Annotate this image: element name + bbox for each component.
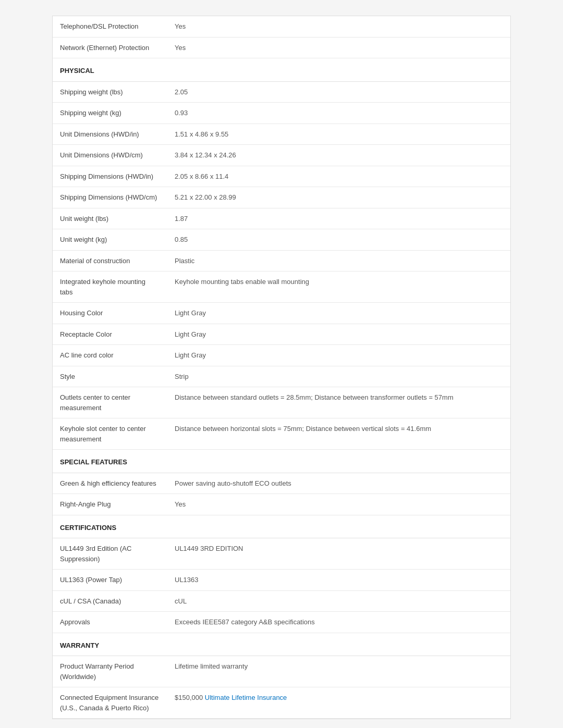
row-label: Style xyxy=(53,366,167,387)
row-label: Shipping Dimensions (HWD/cm) xyxy=(53,187,167,208)
row-value: 0.93 xyxy=(167,103,510,124)
table-row: Shipping weight (kg)0.93 xyxy=(53,103,510,124)
section-header-label: PHYSICAL xyxy=(53,58,510,82)
table-row: AC line cord colorLight Gray xyxy=(53,345,510,366)
table-row: Unit Dimensions (HWD/in)1.51 x 4.86 x 9.… xyxy=(53,124,510,145)
section-header: SPECIAL FEATURES xyxy=(53,450,510,473)
row-value: 2.05 xyxy=(167,81,510,103)
row-label: Shipping Dimensions (HWD/in) xyxy=(53,166,167,187)
table-row: Shipping Dimensions (HWD/in)2.05 x 8.66 … xyxy=(53,166,510,187)
section-header: CERTIFICATIONS xyxy=(53,515,510,538)
table-row: UL1449 3rd Edition (AC Suppression)UL144… xyxy=(53,538,510,570)
row-label: AC line cord color xyxy=(53,345,167,366)
table-row: Outlets center to center measurementDist… xyxy=(53,387,510,418)
row-value: Yes xyxy=(167,16,510,37)
table-row: Right-Angle PlugYes xyxy=(53,494,510,515)
row-value: Exceeds IEEE587 category A&B specificati… xyxy=(167,612,510,633)
section-header: PHYSICAL xyxy=(53,58,510,82)
row-label: Unit weight (lbs) xyxy=(53,208,167,229)
row-label: Shipping weight (kg) xyxy=(53,103,167,124)
row-value: 2.05 x 8.66 x 11.4 xyxy=(167,166,510,187)
row-label: Housing Color xyxy=(53,303,167,324)
row-value: Light Gray xyxy=(167,303,510,324)
row-value: 3.84 x 12.34 x 24.26 xyxy=(167,145,510,166)
table-row: Green & high efficiency featuresPower sa… xyxy=(53,473,510,494)
row-value: Plastic xyxy=(167,250,510,272)
table-row: Connected Equipment Insurance (U.S., Can… xyxy=(53,687,510,719)
row-value: 1.87 xyxy=(167,208,510,229)
row-label: Product Warranty Period (Worldwide) xyxy=(53,656,167,687)
table-row: Unit weight (kg)0.85 xyxy=(53,229,510,251)
table-row: Shipping weight (lbs)2.05 xyxy=(53,81,510,103)
row-value: Yes xyxy=(167,37,510,58)
table-row: Network (Ethernet) ProtectionYes xyxy=(53,37,510,58)
row-label: Outlets center to center measurement xyxy=(53,387,167,418)
table-row: StyleStrip xyxy=(53,366,510,387)
table-row: Product Warranty Period (Worldwide)Lifet… xyxy=(53,656,510,687)
row-value: Distance between standard outlets = 28.5… xyxy=(167,387,510,418)
row-label: Unit Dimensions (HWD/in) xyxy=(53,124,167,145)
row-value: Light Gray xyxy=(167,324,510,345)
row-label: Network (Ethernet) Protection xyxy=(53,37,167,58)
row-value: Light Gray xyxy=(167,345,510,366)
row-value: UL1363 xyxy=(167,570,510,591)
row-value: $150,000 Ultimate Lifetime Insurance xyxy=(167,687,510,719)
row-value: 1.51 x 4.86 x 9.55 xyxy=(167,124,510,145)
table-row: UL1363 (Power Tap)UL1363 xyxy=(53,570,510,591)
row-label: cUL / CSA (Canada) xyxy=(53,590,167,612)
section-header: WARRANTY xyxy=(53,633,510,656)
table-row: Housing ColorLight Gray xyxy=(53,303,510,324)
table-row: Unit weight (lbs)1.87 xyxy=(53,208,510,229)
row-value: Distance between horizontal slots = 75mm… xyxy=(167,418,510,450)
row-label: Material of construction xyxy=(53,250,167,272)
row-label: Right-Angle Plug xyxy=(53,494,167,515)
table-row: Shipping Dimensions (HWD/cm)5.21 x 22.00… xyxy=(53,187,510,208)
row-label: Green & high efficiency features xyxy=(53,473,167,494)
table-row: Material of constructionPlastic xyxy=(53,250,510,272)
row-label: Unit weight (kg) xyxy=(53,229,167,251)
table-row: Keyhole slot center to center measuremen… xyxy=(53,418,510,450)
row-value: 0.85 xyxy=(167,229,510,251)
row-label: Telephone/DSL Protection xyxy=(53,16,167,37)
row-label: Keyhole slot center to center measuremen… xyxy=(53,418,167,450)
section-header-label: WARRANTY xyxy=(53,633,510,656)
row-label: UL1449 3rd Edition (AC Suppression) xyxy=(53,538,167,570)
row-value: Yes xyxy=(167,494,510,515)
row-label: Integrated keyhole mounting tabs xyxy=(53,272,167,303)
row-label: UL1363 (Power Tap) xyxy=(53,570,167,591)
row-value: 5.21 x 22.00 x 28.99 xyxy=(167,187,510,208)
row-value: Power saving auto-shutoff ECO outlets xyxy=(167,473,510,494)
table-row: ApprovalsExceeds IEEE587 category A&B sp… xyxy=(53,612,510,633)
row-label: Unit Dimensions (HWD/cm) xyxy=(53,145,167,166)
section-header-label: CERTIFICATIONS xyxy=(53,515,510,538)
table-row: cUL / CSA (Canada)cUL xyxy=(53,590,510,612)
row-value: Keyhole mounting tabs enable wall mounti… xyxy=(167,272,510,303)
specs-table: Telephone/DSL ProtectionYesNetwork (Ethe… xyxy=(52,16,511,719)
insurance-link[interactable]: Ultimate Lifetime Insurance xyxy=(205,694,287,701)
row-label: Approvals xyxy=(53,612,167,633)
row-value: Lifetime limited warranty xyxy=(167,656,510,687)
section-header-label: SPECIAL FEATURES xyxy=(53,450,510,473)
row-label: Receptacle Color xyxy=(53,324,167,345)
row-value: UL1449 3RD EDITION xyxy=(167,538,510,570)
row-value: cUL xyxy=(167,590,510,612)
row-label: Connected Equipment Insurance (U.S., Can… xyxy=(53,687,167,719)
table-row: Integrated keyhole mounting tabsKeyhole … xyxy=(53,272,510,303)
row-value: Strip xyxy=(167,366,510,387)
row-label: Shipping weight (lbs) xyxy=(53,81,167,103)
table-row: Receptacle ColorLight Gray xyxy=(53,324,510,345)
table-row: Telephone/DSL ProtectionYes xyxy=(53,16,510,37)
table-row: Unit Dimensions (HWD/cm)3.84 x 12.34 x 2… xyxy=(53,145,510,166)
